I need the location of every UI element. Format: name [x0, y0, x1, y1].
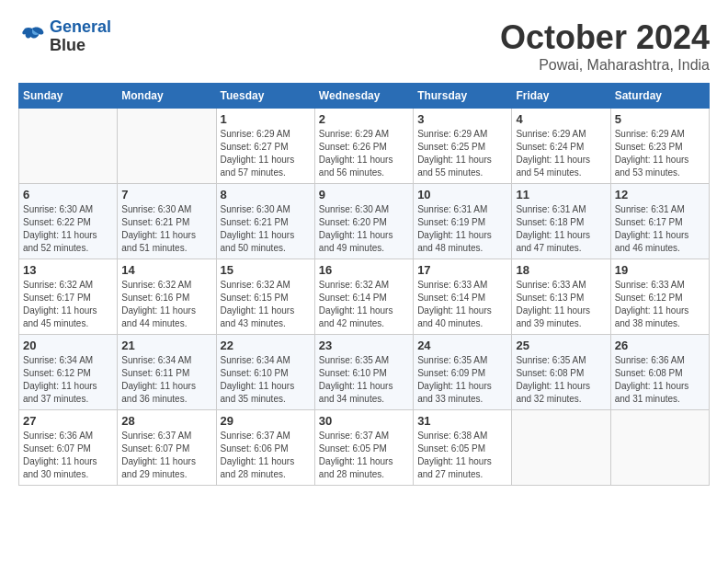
weekday-header: Tuesday [216, 84, 314, 109]
day-number: 14 [121, 263, 211, 277]
logo-text: General Blue [50, 18, 111, 55]
calendar-cell: 23Sunrise: 6:35 AM Sunset: 6:10 PM Dayli… [314, 335, 413, 410]
title-block: October 2024 Powai, Maharashtra, India [500, 18, 710, 74]
calendar-cell: 1Sunrise: 6:29 AM Sunset: 6:27 PM Daylig… [216, 109, 314, 184]
day-info: Sunrise: 6:36 AM Sunset: 6:08 PM Dayligh… [615, 354, 705, 406]
day-info: Sunrise: 6:29 AM Sunset: 6:25 PM Dayligh… [417, 128, 507, 179]
day-number: 8 [221, 188, 311, 201]
calendar-cell: 15Sunrise: 6:32 AM Sunset: 6:15 PM Dayli… [216, 259, 314, 335]
calendar-cell: 29Sunrise: 6:37 AM Sunset: 6:06 PM Dayli… [216, 410, 314, 486]
day-number: 24 [417, 339, 507, 352]
day-info: Sunrise: 6:30 AM Sunset: 6:21 PM Dayligh… [121, 203, 211, 255]
day-info: Sunrise: 6:37 AM Sunset: 6:06 PM Dayligh… [221, 430, 311, 481]
calendar-body: 1Sunrise: 6:29 AM Sunset: 6:27 PM Daylig… [19, 109, 710, 486]
day-info: Sunrise: 6:36 AM Sunset: 6:07 PM Dayligh… [23, 430, 113, 481]
calendar-week-row: 6Sunrise: 6:30 AM Sunset: 6:22 PM Daylig… [19, 184, 710, 259]
day-number: 16 [319, 263, 409, 277]
day-info: Sunrise: 6:32 AM Sunset: 6:16 PM Dayligh… [121, 279, 211, 330]
day-number: 1 [221, 112, 311, 126]
weekday-header: Sunday [19, 84, 118, 109]
calendar-cell: 28Sunrise: 6:37 AM Sunset: 6:07 PM Dayli… [118, 410, 216, 486]
calendar-week-row: 20Sunrise: 6:34 AM Sunset: 6:12 PM Dayli… [19, 335, 710, 410]
day-info: Sunrise: 6:32 AM Sunset: 6:15 PM Dayligh… [221, 279, 311, 330]
calendar-cell: 3Sunrise: 6:29 AM Sunset: 6:25 PM Daylig… [414, 109, 512, 184]
location: Powai, Maharashtra, India [500, 57, 710, 74]
calendar-cell [610, 410, 709, 486]
logo-line2: Blue [50, 37, 111, 55]
calendar-cell: 18Sunrise: 6:33 AM Sunset: 6:13 PM Dayli… [512, 259, 610, 335]
calendar-cell: 31Sunrise: 6:38 AM Sunset: 6:05 PM Dayli… [414, 410, 512, 486]
calendar-cell: 17Sunrise: 6:33 AM Sunset: 6:14 PM Dayli… [414, 259, 512, 335]
day-info: Sunrise: 6:29 AM Sunset: 6:23 PM Dayligh… [615, 128, 705, 179]
calendar-week-row: 13Sunrise: 6:32 AM Sunset: 6:17 PM Dayli… [19, 259, 710, 335]
calendar-cell: 11Sunrise: 6:31 AM Sunset: 6:18 PM Dayli… [512, 184, 610, 259]
calendar-cell: 19Sunrise: 6:33 AM Sunset: 6:12 PM Dayli… [610, 259, 709, 335]
day-number: 26 [615, 339, 705, 352]
day-number: 31 [417, 414, 507, 428]
day-info: Sunrise: 6:29 AM Sunset: 6:27 PM Dayligh… [221, 128, 311, 179]
day-number: 25 [516, 339, 606, 352]
day-info: Sunrise: 6:29 AM Sunset: 6:24 PM Dayligh… [516, 128, 606, 179]
day-number: 18 [516, 263, 606, 277]
day-number: 23 [319, 339, 409, 352]
day-info: Sunrise: 6:35 AM Sunset: 6:08 PM Dayligh… [516, 354, 606, 406]
calendar-cell: 2Sunrise: 6:29 AM Sunset: 6:26 PM Daylig… [314, 109, 413, 184]
day-info: Sunrise: 6:34 AM Sunset: 6:10 PM Dayligh… [221, 354, 311, 406]
calendar-cell: 10Sunrise: 6:31 AM Sunset: 6:19 PM Dayli… [414, 184, 512, 259]
calendar-cell: 6Sunrise: 6:30 AM Sunset: 6:22 PM Daylig… [19, 184, 118, 259]
calendar-cell: 7Sunrise: 6:30 AM Sunset: 6:21 PM Daylig… [118, 184, 216, 259]
logo-icon [18, 23, 46, 51]
day-number: 15 [221, 263, 311, 277]
day-number: 12 [615, 188, 705, 201]
day-number: 9 [319, 188, 409, 201]
day-info: Sunrise: 6:30 AM Sunset: 6:21 PM Dayligh… [221, 203, 311, 255]
day-number: 28 [121, 414, 211, 428]
day-number: 7 [121, 188, 211, 201]
weekday-header: Saturday [610, 84, 709, 109]
weekday-header: Wednesday [314, 84, 413, 109]
day-number: 11 [516, 188, 606, 201]
day-info: Sunrise: 6:34 AM Sunset: 6:11 PM Dayligh… [121, 354, 211, 406]
calendar-cell: 5Sunrise: 6:29 AM Sunset: 6:23 PM Daylig… [610, 109, 709, 184]
calendar-cell: 16Sunrise: 6:32 AM Sunset: 6:14 PM Dayli… [314, 259, 413, 335]
calendar-cell: 20Sunrise: 6:34 AM Sunset: 6:12 PM Dayli… [19, 335, 118, 410]
calendar-cell: 9Sunrise: 6:30 AM Sunset: 6:20 PM Daylig… [314, 184, 413, 259]
calendar-week-row: 1Sunrise: 6:29 AM Sunset: 6:27 PM Daylig… [19, 109, 710, 184]
day-info: Sunrise: 6:35 AM Sunset: 6:10 PM Dayligh… [319, 354, 409, 406]
calendar-cell [118, 109, 216, 184]
day-info: Sunrise: 6:38 AM Sunset: 6:05 PM Dayligh… [417, 430, 507, 481]
day-info: Sunrise: 6:30 AM Sunset: 6:20 PM Dayligh… [319, 203, 409, 255]
day-info: Sunrise: 6:31 AM Sunset: 6:17 PM Dayligh… [615, 203, 705, 255]
calendar-cell: 27Sunrise: 6:36 AM Sunset: 6:07 PM Dayli… [19, 410, 118, 486]
day-number: 29 [221, 414, 311, 428]
calendar-cell: 14Sunrise: 6:32 AM Sunset: 6:16 PM Dayli… [118, 259, 216, 335]
logo-line1: General [50, 17, 111, 36]
day-number: 21 [121, 339, 211, 352]
calendar-cell: 12Sunrise: 6:31 AM Sunset: 6:17 PM Dayli… [610, 184, 709, 259]
calendar-cell: 4Sunrise: 6:29 AM Sunset: 6:24 PM Daylig… [512, 109, 610, 184]
day-number: 27 [23, 414, 113, 428]
logo: General Blue [18, 18, 111, 55]
day-info: Sunrise: 6:31 AM Sunset: 6:19 PM Dayligh… [417, 203, 507, 255]
day-number: 4 [516, 112, 606, 126]
day-number: 6 [23, 188, 113, 201]
calendar-cell: 21Sunrise: 6:34 AM Sunset: 6:11 PM Dayli… [118, 335, 216, 410]
calendar-cell: 13Sunrise: 6:32 AM Sunset: 6:17 PM Dayli… [19, 259, 118, 335]
day-number: 13 [23, 263, 113, 277]
weekday-header: Friday [512, 84, 610, 109]
month-title: October 2024 [500, 18, 710, 57]
day-number: 5 [615, 112, 705, 126]
day-number: 2 [319, 112, 409, 126]
day-number: 19 [615, 263, 705, 277]
calendar-cell: 26Sunrise: 6:36 AM Sunset: 6:08 PM Dayli… [610, 335, 709, 410]
day-number: 30 [319, 414, 409, 428]
day-info: Sunrise: 6:33 AM Sunset: 6:14 PM Dayligh… [417, 279, 507, 330]
day-info: Sunrise: 6:31 AM Sunset: 6:18 PM Dayligh… [516, 203, 606, 255]
day-info: Sunrise: 6:33 AM Sunset: 6:13 PM Dayligh… [516, 279, 606, 330]
day-info: Sunrise: 6:32 AM Sunset: 6:17 PM Dayligh… [23, 279, 113, 330]
day-number: 20 [23, 339, 113, 352]
calendar-cell: 22Sunrise: 6:34 AM Sunset: 6:10 PM Dayli… [216, 335, 314, 410]
day-info: Sunrise: 6:32 AM Sunset: 6:14 PM Dayligh… [319, 279, 409, 330]
day-info: Sunrise: 6:37 AM Sunset: 6:05 PM Dayligh… [319, 430, 409, 481]
weekday-header: Thursday [414, 84, 512, 109]
